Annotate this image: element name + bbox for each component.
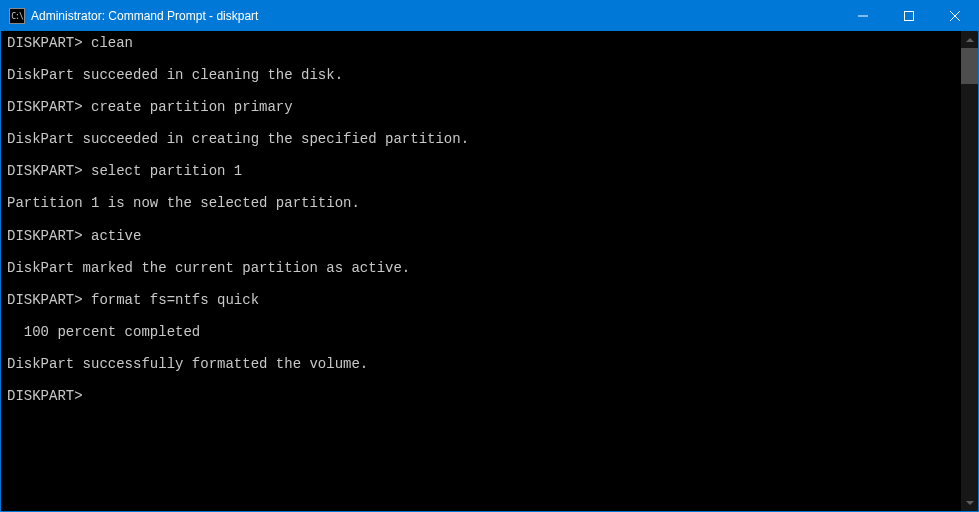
scroll-up-arrow[interactable] — [961, 31, 978, 48]
chevron-up-icon — [966, 38, 974, 42]
terminal-command-line: DISKPART> active — [7, 228, 957, 244]
svg-rect-1 — [905, 12, 914, 21]
close-icon — [950, 11, 960, 21]
scroll-thumb[interactable] — [961, 48, 978, 84]
maximize-icon — [904, 11, 914, 21]
titlebar[interactable]: C:\ Administrator: Command Prompt - disk… — [1, 1, 978, 31]
scroll-down-arrow[interactable] — [961, 494, 978, 511]
svg-marker-4 — [966, 38, 974, 42]
terminal-command-line: DISKPART> create partition primary — [7, 99, 957, 115]
maximize-button[interactable] — [886, 1, 932, 31]
terminal-blank-line — [7, 147, 957, 163]
terminal-command-line: DISKPART> format fs=ntfs quick — [7, 292, 957, 308]
terminal-blank-line — [7, 244, 957, 260]
terminal-blank-line — [7, 340, 957, 356]
terminal-blank-line — [7, 308, 957, 324]
terminal-blank-line — [7, 83, 957, 99]
terminal-command-line: DISKPART> — [7, 388, 957, 404]
terminal-output-line: Partition 1 is now the selected partitio… — [7, 195, 957, 211]
chevron-down-icon — [966, 501, 974, 505]
terminal-command-line: DISKPART> select partition 1 — [7, 163, 957, 179]
terminal-command-line: DISKPART> clean — [7, 35, 957, 51]
cmd-icon: C:\ — [9, 8, 25, 24]
terminal-output-line: DiskPart marked the current partition as… — [7, 260, 957, 276]
terminal-blank-line — [7, 212, 957, 228]
terminal-output-line: DiskPart succeeded in creating the speci… — [7, 131, 957, 147]
terminal-output-line: DiskPart succeeded in cleaning the disk. — [7, 67, 957, 83]
svg-marker-5 — [966, 501, 974, 505]
minimize-button[interactable] — [840, 1, 886, 31]
terminal-output-line: 100 percent completed — [7, 324, 957, 340]
terminal-blank-line — [7, 276, 957, 292]
terminal-blank-line — [7, 179, 957, 195]
terminal-blank-line — [7, 372, 957, 388]
close-button[interactable] — [932, 1, 978, 31]
terminal-area: DISKPART> cleanDiskPart succeeded in cle… — [1, 31, 978, 511]
window-title: Administrator: Command Prompt - diskpart — [31, 9, 840, 23]
terminal-blank-line — [7, 115, 957, 131]
window-controls — [840, 1, 978, 31]
terminal-output-line: DiskPart successfully formatted the volu… — [7, 356, 957, 372]
scroll-track[interactable] — [961, 48, 978, 494]
terminal-output[interactable]: DISKPART> cleanDiskPart succeeded in cle… — [1, 31, 961, 511]
terminal-blank-line — [7, 51, 957, 67]
command-prompt-window: C:\ Administrator: Command Prompt - disk… — [0, 0, 979, 512]
scrollbar-vertical[interactable] — [961, 31, 978, 511]
minimize-icon — [858, 11, 868, 21]
